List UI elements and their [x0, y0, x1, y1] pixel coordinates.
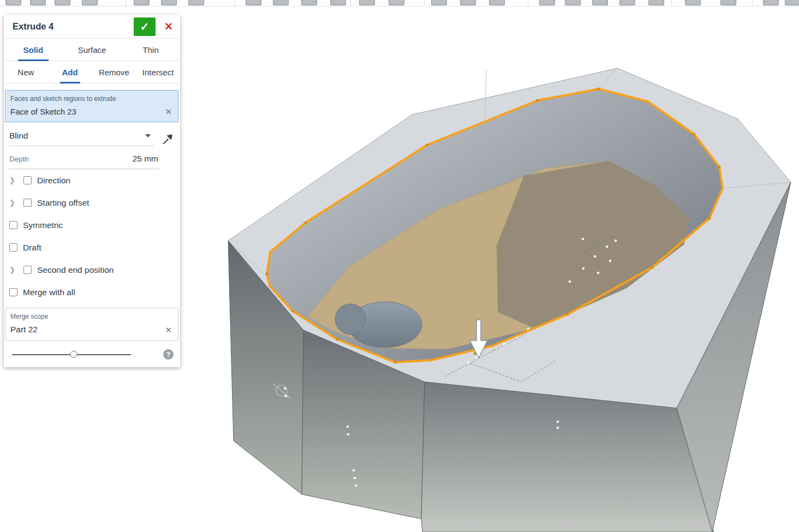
sketch-point [347, 426, 349, 428]
toolbar-tool-icon[interactable] [188, 0, 204, 5]
toolbar-tool-icon[interactable] [785, 0, 799, 5]
toolbar-tool-icon[interactable] [619, 0, 635, 5]
faces-selection-field[interactable]: Faces and sketch regions to extrude Face… [5, 90, 178, 122]
toolbar-tool-icon[interactable] [330, 0, 346, 5]
merge-scope-label: Merge scope [10, 313, 173, 320]
toolbar-tool-icon[interactable] [685, 0, 701, 5]
end-condition-dropdown[interactable]: Blind [9, 131, 154, 146]
second-end-position-checkbox[interactable] [23, 266, 32, 274]
help-icon[interactable]: ? [163, 349, 174, 360]
flip-direction-icon[interactable] [161, 132, 175, 146]
merge-with-all-checkbox[interactable] [9, 288, 17, 296]
merge-scope-field[interactable]: Merge scope Part 22 ✕ [5, 308, 178, 340]
sketch-point [475, 356, 478, 359]
symmetric-label: Symmetric [23, 220, 63, 230]
tab-surface[interactable]: Surface [63, 39, 122, 61]
confirm-button[interactable]: ✓ [134, 17, 156, 36]
sketch-point [353, 469, 355, 472]
dialog-footer: ? [12, 349, 174, 360]
sketch-point [594, 255, 597, 258]
toolbar-tool-icon[interactable] [389, 0, 404, 5]
sketch-point [569, 280, 571, 283]
body-type-tabs: Solid Surface Thin [4, 39, 180, 61]
direction-checkbox[interactable] [23, 176, 32, 184]
tab-solid[interactable]: Solid [4, 39, 63, 61]
sketch-point [557, 421, 559, 423]
clear-selection-icon[interactable]: ✕ [165, 107, 172, 116]
toolbar-separator [350, 0, 351, 6]
toolbar-tool-icon[interactable] [55, 0, 70, 5]
toolbar-tool-icon[interactable] [273, 0, 289, 5]
sketch-vertex [598, 88, 600, 91]
draft-label: Draft [23, 243, 41, 253]
sketch-point [606, 246, 609, 248]
sketch-vertex [567, 313, 569, 316]
tab-remove[interactable]: Remove [92, 61, 136, 83]
toolbar-tool-icon[interactable] [648, 0, 664, 5]
toolbar-tool-icon[interactable] [565, 0, 581, 5]
toolbar-tool-icon[interactable] [720, 0, 736, 5]
starting-offset-checkbox[interactable] [23, 199, 32, 207]
sketch-point [582, 267, 585, 270]
sketch-point [347, 433, 350, 436]
dialog-title: Extrude 4 [13, 21, 134, 32]
dialog-header: Extrude 4 ✓ ✕ [4, 15, 180, 39]
toolbar-tool-icon[interactable] [539, 0, 555, 5]
sketch-point [615, 240, 617, 242]
toolbar-tool-icon[interactable] [489, 0, 505, 5]
sketch-point [284, 387, 287, 390]
option-row-draft: Draft [4, 236, 180, 259]
sketch-vertex [305, 222, 307, 224]
tab-new[interactable]: New [4, 61, 48, 83]
chevron-right-icon[interactable]: ❯ [9, 199, 18, 207]
toolbar-tool-icon[interactable] [431, 0, 447, 5]
toolbar-tool-icon[interactable] [5, 0, 21, 5]
sketch-vertex [426, 144, 428, 147]
clear-merge-scope-icon[interactable]: ✕ [165, 326, 172, 334]
tab-surface-label: Surface [78, 45, 106, 55]
second-end-position-label: Second end position [37, 265, 114, 275]
toolbar-tool-icon[interactable] [763, 0, 779, 5]
toolbar-tool-icon[interactable] [592, 0, 608, 5]
toolbar-tool-icon[interactable] [359, 0, 375, 5]
toolbar-tool-icon[interactable] [134, 0, 150, 5]
tab-remove-label: Remove [99, 68, 129, 77]
check-icon: ✓ [140, 21, 150, 32]
opacity-slider-knob[interactable] [70, 351, 77, 358]
sketch-point [609, 260, 612, 262]
tab-intersect-label: Intersect [142, 68, 174, 77]
close-icon: ✕ [164, 21, 173, 32]
sketch-vertex [718, 166, 721, 169]
tab-intersect[interactable]: Intersect [136, 61, 180, 83]
tab-thin[interactable]: Thin [121, 39, 180, 61]
sketch-vertex [394, 361, 397, 364]
opacity-slider[interactable] [12, 351, 131, 358]
symmetric-checkbox[interactable] [9, 221, 17, 229]
end-condition-row: Blind [9, 131, 175, 146]
merge-scope-value: Part 22 [10, 325, 173, 334]
toolbar-separator [671, 0, 672, 6]
sketch-point [285, 395, 288, 398]
draft-checkbox[interactable] [9, 243, 17, 252]
toolbar-tool-icon[interactable] [161, 0, 177, 5]
toolbar-tool-icon[interactable] [30, 0, 46, 5]
chevron-down-icon [145, 134, 151, 138]
toolbar-separator [528, 0, 528, 6]
cancel-button[interactable]: ✕ [160, 19, 177, 35]
chevron-right-icon[interactable]: ❯ [9, 266, 18, 274]
help-glyph: ? [166, 350, 171, 358]
depth-value: 25 mm [133, 154, 158, 164]
option-row-starting-offset: ❯ Starting offset [4, 192, 180, 214]
sketch-vertex [708, 217, 711, 220]
toolbar-tool-icon[interactable] [460, 0, 476, 5]
depth-field[interactable]: Depth 25 mm [8, 154, 159, 169]
toolbar-tool-icon[interactable] [82, 0, 98, 5]
toolbar-tool-icon[interactable] [246, 0, 261, 5]
chevron-right-icon[interactable]: ❯ [9, 176, 18, 184]
tab-solid-label: Solid [23, 45, 44, 55]
operation-tabs: New Add Remove Intersect [4, 61, 180, 83]
depth-label: Depth [9, 155, 133, 163]
tab-add[interactable]: Add [48, 61, 92, 83]
sketch-vertex [536, 99, 539, 102]
toolbar-tool-icon[interactable] [301, 0, 317, 5]
